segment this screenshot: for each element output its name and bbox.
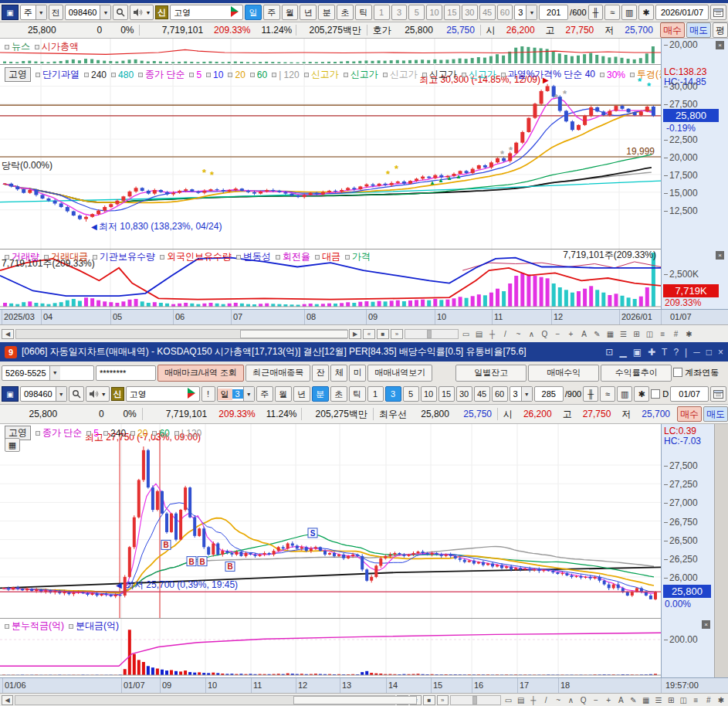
list-icon[interactable]: ☰ [618,328,629,339]
date-field-2[interactable]: 01/07 [670,386,709,402]
daily-chart-legend-item[interactable]: 30% [600,70,625,80]
minute2-button-30[interactable]: 30 [456,386,472,402]
account-link-box[interactable] [673,368,682,377]
fit-icon[interactable]: ▤ [473,328,485,339]
voice-alert-button[interactable]: ▼ [130,5,154,20]
period-button-주[interactable]: 주 [263,5,280,20]
volume-panel-legend-item[interactable]: 거래대금 [44,250,88,263]
daily-chart-legend-item[interactable]: 신고가 [344,68,378,81]
buy-button[interactable]: 매수 [660,22,685,38]
minute-button-1[interactable]: 1 [374,5,390,20]
text-icon[interactable]: A [578,328,590,339]
screen-icon[interactable]: ⊞ [631,328,642,339]
period2-button-년[interactable]: 년 [293,386,310,402]
trade-profit-button[interactable]: 매매수익 [528,365,599,382]
daily-chart-legend-item[interactable]: 240 [84,70,107,80]
volume-panel-legend-item[interactable]: 회전율 [276,250,310,263]
period2-button-월[interactable]: 월 [275,386,292,402]
settings-icon[interactable]: ✱ [683,328,695,339]
d-checkbox-box[interactable] [651,389,660,399]
stock-search-button[interactable] [113,5,128,20]
minimize-icon[interactable]: ─ [693,347,700,358]
tick-add-icon-2[interactable]: ╫ [583,386,598,402]
daily-chart-legend-item[interactable]: 10 [206,70,223,80]
collapse-icon[interactable]: ▁ [619,347,626,358]
volume-panel-legend-item[interactable]: 가격 [345,250,371,263]
line-add-icon-2[interactable]: ≈ [600,386,615,402]
settings-icon[interactable]: ✱ [716,694,726,705]
cross-icon[interactable]: ┼ [486,328,498,339]
help-icon[interactable]: ? [673,347,679,358]
table-view-icon[interactable]: ▦ [5,438,20,452]
daily-chart-legend-item[interactable]: 단기과열 [36,68,80,81]
minute2-button-10[interactable]: 10 [421,386,437,402]
scroll-thumb[interactable] [240,330,348,338]
period-quick-combo[interactable]: 주▼ [20,5,47,20]
close-icon[interactable]: × [718,347,723,358]
daily-chart-legend-item[interactable]: 종가 단순 [138,68,185,81]
draw-icon[interactable]: ✎ [628,694,638,705]
sell-button[interactable]: 매도 [703,406,728,422]
screen-icon[interactable]: ⊞ [665,694,676,705]
period-button-년[interactable]: 년 [300,5,317,20]
period2-button-주[interactable]: 주 [256,386,273,402]
cross-icon[interactable]: ┼ [528,694,539,705]
buy-button[interactable]: 매수 [677,406,702,422]
mini-panel-legend-item[interactable]: 뉴스 [5,40,30,53]
volume-panel-legend-item[interactable]: 대금 [315,250,340,263]
daily-chart-legend-item[interactable]: 과열%가격% 단순 40 [501,68,595,81]
account-combo[interactable]: 5269-5525▼ [2,365,94,381]
minute-button-3[interactable]: 3 [391,5,408,20]
minus-icon[interactable]: − [552,328,564,339]
save-icon[interactable]: ▥ [621,5,637,20]
tick-unit-combo-2-caret[interactable]: ▼ [521,387,532,401]
scroll-track[interactable] [15,329,347,339]
stock-search-button-2[interactable] [69,386,84,402]
period2-button-초[interactable]: 초 [330,386,347,402]
bar-count-input[interactable]: 201 [539,5,568,20]
stock-code-combo-caret[interactable]: ▼ [100,5,110,19]
ruler-icon[interactable]: # [703,694,714,705]
minute-chart-legend-item[interactable]: 240 [103,428,126,439]
minute2-button-60[interactable]: 60 [492,386,508,402]
scroll-left-button[interactable]: ◀ [2,695,13,705]
daily-chart-legend-item[interactable]: 신고가 [462,68,496,81]
mini-panel-close-icon[interactable]: × [716,41,724,49]
minute-button-15[interactable]: 15 [444,5,460,20]
daily-chart-legend-item[interactable]: 60 [250,70,267,80]
stock-name-field[interactable]: 고영 [170,5,243,20]
sub-panel-legend-item[interactable]: 분대금(억) [69,619,119,633]
minute2-button-3[interactable]: 3 [385,386,401,402]
password-field[interactable]: ******** [96,365,156,381]
alert-button[interactable]: ! [201,386,215,402]
line-add-icon[interactable]: ≈ [604,5,620,20]
stock-code-combo[interactable]: 098460▼ [65,5,112,20]
rewind-icon[interactable]: « [363,329,375,339]
stock-code-combo-2[interactable]: 098460▼ [20,386,67,402]
day-count-caret[interactable]: ▼ [243,387,254,401]
trend-icon[interactable]: / [540,694,551,705]
text-icon[interactable]: A [615,694,626,705]
scroll-left-button[interactable]: ◀ [2,329,14,339]
maximize-icon[interactable]: □ [706,347,712,358]
filter-button-0[interactable]: 잔 [312,365,329,382]
popup-icon[interactable]: ⊡ [605,347,613,358]
wave-icon[interactable]: ~ [553,694,564,705]
d-checkbox[interactable]: D [651,389,669,399]
layout-icon[interactable]: ▭ [460,328,472,339]
minute-button-60[interactable]: 60 [497,5,513,20]
pin-icon[interactable]: ✚ [648,347,655,358]
copy-icon[interactable]: ▣ [633,347,642,358]
period2-button-틱[interactable]: 틱 [349,386,366,402]
period-button-월[interactable]: 월 [282,5,299,20]
volume-panel-legend-item[interactable]: 기관보유수량 [93,250,155,263]
period-button-틱[interactable]: 틱 [355,5,372,20]
speaker-caret[interactable]: ▼ [101,392,107,397]
pattern-icon[interactable]: ◫ [644,328,655,339]
period-button-일[interactable]: 일 [245,5,262,20]
trade-history-button[interactable]: 매매내역보기 [367,365,432,382]
volume-panel-legend-item[interactable]: 변동성 [236,250,271,263]
zigzag-icon[interactable]: ∧ [526,328,537,339]
tick-unit-combo-caret[interactable]: ▼ [526,5,537,19]
settings-icon[interactable]: ✱ [638,5,654,20]
